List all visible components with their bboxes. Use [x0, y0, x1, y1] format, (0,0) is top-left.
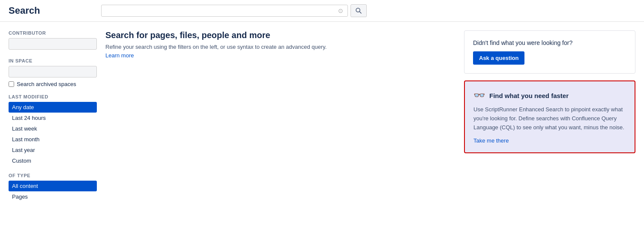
last-modified-label: LAST MODIFIED — [9, 94, 97, 99]
help-icon[interactable]: ⊙ — [338, 7, 343, 14]
page-header: Search ⊙ — [0, 0, 644, 22]
promo-card-header: 👓 Find what you need faster — [473, 90, 626, 101]
in-space-label: IN SPACE — [9, 58, 97, 63]
search-archived-row: Search archived spaces — [9, 81, 97, 87]
in-space-input[interactable] — [9, 66, 97, 77]
svg-line-1 — [360, 12, 362, 14]
page-title: Search — [9, 5, 94, 16]
content-description: Refine your search using the filters on … — [105, 44, 455, 50]
contributor-label: CONTRIBUTOR — [9, 30, 97, 36]
main-layout: CONTRIBUTOR IN SPACE Search archived spa… — [0, 22, 644, 211]
search-archived-checkbox[interactable] — [9, 81, 14, 87]
search-icon — [355, 7, 362, 14]
search-submit-button[interactable] — [350, 4, 367, 17]
of-type-label: OF TYPE — [9, 173, 97, 178]
search-input[interactable] — [106, 7, 338, 14]
right-panel: Didn't find what you were looking for? A… — [464, 30, 635, 153]
date-filter-last-week[interactable]: Last week — [9, 123, 97, 134]
learn-more-link[interactable]: Learn more — [105, 52, 134, 59]
date-filter-last-24-hours[interactable]: Last 24 hours — [9, 113, 97, 123]
date-filter-last-month[interactable]: Last month — [9, 134, 97, 145]
search-input-container: ⊙ — [101, 5, 348, 17]
svg-point-0 — [356, 8, 360, 12]
ask-question-card: Didn't find what you were looking for? A… — [464, 30, 635, 74]
promo-card-title: Find what you need faster — [489, 92, 569, 99]
ask-question-text: Didn't find what you were looking for? — [473, 39, 626, 46]
date-filter-custom[interactable]: Custom — [9, 155, 97, 166]
type-filter-all-content[interactable]: All content — [9, 181, 97, 191]
type-filter-pages[interactable]: Pages — [9, 191, 97, 202]
contributor-input[interactable] — [9, 38, 97, 50]
date-filter-last-year[interactable]: Last year — [9, 145, 97, 155]
date-filters: Any dateLast 24 hoursLast weekLast month… — [9, 102, 97, 166]
search-archived-label[interactable]: Search archived spaces — [17, 81, 76, 87]
ask-question-button[interactable]: Ask a question — [473, 51, 524, 65]
type-filters: All contentPages — [9, 181, 97, 202]
content-area: Search for pages, files, people and more… — [105, 30, 455, 59]
glasses-icon: 👓 — [473, 90, 485, 101]
take-me-there-link[interactable]: Take me there — [473, 137, 509, 144]
search-bar: ⊙ — [101, 4, 367, 17]
date-filter-any-date[interactable]: Any date — [9, 102, 97, 113]
sidebar: CONTRIBUTOR IN SPACE Search archived spa… — [9, 30, 97, 202]
content-heading: Search for pages, files, people and more — [105, 30, 455, 40]
promo-card-body: Use ScriptRunner Enhanced Search to pinp… — [473, 105, 626, 132]
promo-card: 👓 Find what you need faster Use ScriptRu… — [464, 80, 635, 153]
